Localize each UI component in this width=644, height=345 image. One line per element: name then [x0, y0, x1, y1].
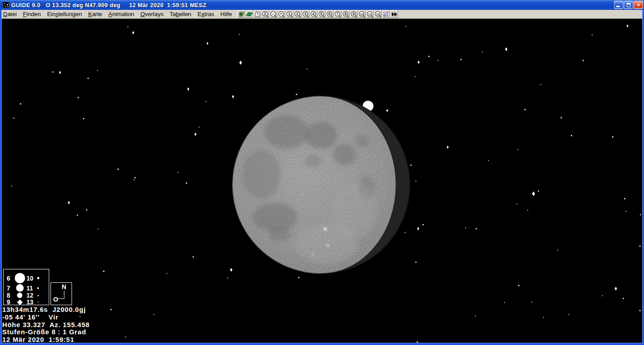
star	[540, 84, 541, 85]
clock-icon[interactable]	[254, 10, 261, 18]
star	[592, 34, 593, 35]
legend-mag-label: 6	[7, 275, 13, 282]
star	[88, 78, 89, 79]
star	[186, 182, 187, 183]
star	[475, 315, 476, 316]
star	[207, 42, 208, 45]
compass-north-line	[64, 290, 64, 299]
star	[423, 224, 424, 226]
star	[524, 109, 525, 110]
star	[624, 198, 625, 199]
star	[230, 268, 232, 272]
star	[531, 302, 532, 302]
window-border	[0, 343, 644, 345]
star	[77, 215, 78, 216]
star	[517, 204, 517, 204]
close-button[interactable]: ✕	[634, 1, 643, 9]
star	[11, 186, 12, 187]
app-icon	[3, 2, 9, 8]
svg-text:Z: Z	[264, 12, 266, 16]
zoom-dialog-button[interactable]: Z	[262, 10, 269, 18]
svg-text:11: 11	[368, 12, 371, 15]
planet-icon[interactable]	[246, 10, 253, 18]
menu-items: DateiFindenEinstellungenKarteAnimationOv…	[0, 10, 235, 18]
legend-star-symbol	[38, 295, 39, 296]
zoom-level-2-button[interactable]: 2	[294, 10, 301, 18]
legend-row-mag-9: 913	[4, 298, 49, 306]
star	[602, 295, 603, 296]
menu-datei[interactable]: Datei	[0, 10, 20, 18]
star	[153, 314, 154, 315]
star	[239, 60, 242, 65]
star	[195, 132, 197, 136]
star	[614, 287, 617, 290]
menu-einstellungen[interactable]: Einstellungen	[44, 10, 85, 18]
zoom-out-button[interactable]: −	[270, 10, 277, 18]
compass-indicator: N O	[51, 282, 72, 305]
svg-text:6: 6	[328, 12, 330, 16]
moon[interactable]	[232, 96, 410, 274]
menu-hilfe[interactable]: Hilfe	[217, 10, 235, 18]
svg-text:3: 3	[304, 12, 306, 16]
close-icon: ✕	[636, 3, 640, 8]
star	[411, 165, 412, 166]
star	[517, 149, 518, 150]
zoom-level-3-button[interactable]: 3	[302, 10, 309, 18]
star	[518, 285, 519, 286]
zoom-level-9-button[interactable]: 9	[350, 10, 358, 18]
menu-karte[interactable]: Karte	[85, 10, 105, 18]
menu-finden[interactable]: Finden	[20, 10, 44, 18]
zoom-level-8-button[interactable]: 8	[342, 10, 350, 18]
menu-overlays[interactable]: Overlays	[137, 10, 166, 18]
menu-tabellen[interactable]: Tabellen	[166, 10, 194, 18]
zoom-level-6-button[interactable]: 6	[326, 10, 334, 18]
svg-text:12: 12	[376, 12, 379, 15]
star	[193, 256, 194, 258]
legend-star-symbol	[15, 273, 25, 283]
status-line: 13h34m17.6s J2000.0gj	[2, 306, 89, 314]
legend-mag-label: 8	[7, 292, 13, 299]
zoom-level-10-button[interactable]: 10	[358, 10, 366, 18]
zoom-level-5-button[interactable]: 5	[318, 10, 326, 18]
legend-mag-label: 11	[26, 285, 35, 292]
toolbar: Z−+123456789101112	[237, 10, 398, 18]
zoom-level-12-button[interactable]: 12	[374, 10, 382, 18]
star	[612, 136, 613, 137]
window-controls: ✕	[614, 1, 643, 9]
legend-row-mag-8: 812	[4, 292, 49, 299]
legend-star-symbol	[17, 299, 23, 305]
star	[476, 228, 477, 230]
sky-chart[interactable]: 610711812913 N O 13h34m17.6s J2000.0gj-0…	[2, 19, 642, 343]
zoom-in-button[interactable]: +	[278, 10, 285, 18]
fast-forward-icon[interactable]	[390, 10, 398, 18]
legend-row-mag-6: 610	[4, 273, 49, 283]
star	[52, 72, 54, 73]
maximize-icon	[627, 3, 631, 7]
compass-east-line	[58, 298, 64, 299]
menu-extras[interactable]: Extras	[195, 10, 217, 18]
star	[125, 336, 126, 337]
star	[132, 31, 135, 34]
star	[415, 76, 415, 77]
star	[504, 302, 505, 303]
status-line: Höhe 33.327 Az. 155.458	[2, 321, 89, 329]
star	[538, 191, 539, 192]
minimize-button[interactable]	[614, 1, 623, 9]
menu-animation[interactable]: Animation	[105, 10, 137, 18]
zoom-level-11-button[interactable]: 11	[366, 10, 374, 18]
maximize-button[interactable]	[624, 1, 633, 9]
zoom-level-7-button[interactable]: 7	[334, 10, 342, 18]
star	[13, 118, 14, 119]
title-bar[interactable]: GUIDE 9.0 O 13.352 deg N47.909 deg 12 Mä…	[0, 0, 644, 10]
star	[296, 94, 297, 95]
svg-text:7: 7	[336, 12, 339, 16]
goto-object-icon[interactable]	[237, 10, 245, 18]
svg-text:8: 8	[344, 12, 347, 16]
zoom-level-1-button[interactable]: 1	[286, 10, 293, 18]
star-display-icon[interactable]	[382, 10, 390, 18]
star	[307, 68, 308, 69]
zoom-level-4-button[interactable]: 4	[310, 10, 318, 18]
guide-app-window: GUIDE 9.0 O 13.352 deg N47.909 deg 12 Mä…	[0, 0, 644, 345]
legend-mag-label: 12	[26, 292, 35, 299]
legend-mag-label: 10	[26, 275, 35, 282]
